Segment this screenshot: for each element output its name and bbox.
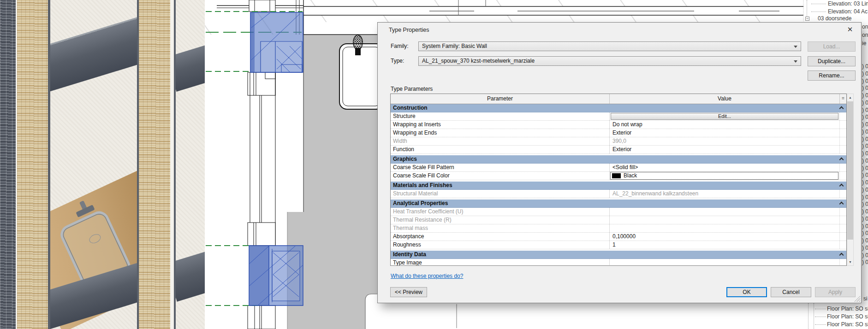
param-value[interactable]: <Solid fill> xyxy=(610,164,839,171)
tree-item-partial[interactable]: ) 0 xyxy=(862,245,868,251)
param-row[interactable]: Absorptance0,100000 xyxy=(391,233,846,241)
param-value[interactable] xyxy=(610,216,839,224)
param-value[interactable]: Black xyxy=(610,172,839,180)
param-value[interactable] xyxy=(610,259,839,266)
tree-item-partial[interactable]: ) 0 xyxy=(862,194,868,200)
tree-item-partial[interactable]: ) 00 xyxy=(862,70,868,77)
equalize-column-icon[interactable]: = xyxy=(839,94,846,104)
param-value[interactable] xyxy=(610,224,839,232)
tree-item-partial[interactable]: ) 0 xyxy=(862,237,868,244)
param-row[interactable]: Coarse Scale Fill ColorBlack xyxy=(391,172,846,180)
tree-item-partial[interactable]: ie xyxy=(862,40,866,47)
tree-item-floor-plan[interactable]: Floor Plan: SO si xyxy=(827,321,868,328)
tree-item-partial[interactable]: ) 00 xyxy=(862,63,868,70)
param-value[interactable]: Do not wrap xyxy=(610,121,839,129)
param-group-header[interactable]: Construction xyxy=(391,104,846,112)
tree-item-partial[interactable]: ) 0 xyxy=(862,172,868,178)
param-row[interactable]: Wrapping at InsertsDo not wrap xyxy=(391,121,846,129)
param-value[interactable]: 0,100000 xyxy=(610,233,839,241)
table-scrollbar[interactable]: ▲ ▼ xyxy=(847,94,854,266)
param-row[interactable]: Wrapping at EndsExterior xyxy=(391,129,846,137)
tree-collapse-icon[interactable]: − xyxy=(805,17,809,21)
param-value[interactable]: AL_22_binnenwand kalkzandsteen xyxy=(610,190,839,198)
tree-item-partial[interactable]: on xyxy=(862,32,868,38)
tree-item-floor-plan[interactable]: Floor Plan: SO si xyxy=(827,313,868,320)
tree-item-partial[interactable]: si xyxy=(863,295,868,302)
window-bay-right xyxy=(174,0,205,329)
param-row[interactable]: Heat Transfer Coefficient (U) xyxy=(391,208,846,216)
parameter-table: Parameter Value = ConstructionStructureE… xyxy=(390,94,847,266)
apply-button[interactable]: Apply xyxy=(815,287,856,297)
collapse-chevron-icon[interactable] xyxy=(839,106,844,111)
param-value[interactable]: Exterior xyxy=(610,146,839,153)
collapse-chevron-icon[interactable] xyxy=(839,202,844,206)
tree-item-elevation-04[interactable]: Elevation: 04 Ac xyxy=(828,8,868,15)
3d-facade-view[interactable] xyxy=(0,0,205,329)
tree-item-partial[interactable]: ) 0 xyxy=(862,150,868,157)
tree-item-partial[interactable]: ) 0 xyxy=(862,121,868,128)
param-value[interactable] xyxy=(610,208,839,216)
tree-item-partial[interactable]: ) 0 xyxy=(862,201,868,207)
param-row[interactable]: Roughness1 xyxy=(391,241,846,249)
param-group-header[interactable]: Analytical Properties xyxy=(391,200,846,208)
duplicate-button[interactable]: Duplicate... xyxy=(808,56,856,66)
param-row[interactable]: Thermal mass xyxy=(391,224,846,233)
param-row[interactable]: Coarse Scale Fill Pattern<Solid fill> xyxy=(391,164,846,172)
tree-item-partial[interactable]: ) 0 xyxy=(862,216,868,222)
param-row[interactable]: FunctionExterior xyxy=(391,146,846,154)
tree-item-03-doorsnede[interactable]: 03 doorsnede xyxy=(818,15,851,22)
param-row[interactable]: StructureEdit... xyxy=(391,112,846,121)
tree-item-partial[interactable]: ) 0 xyxy=(862,187,868,193)
tree-item-partial[interactable]: ) 0 xyxy=(862,136,868,142)
color-value-cell[interactable]: Black xyxy=(610,172,838,180)
family-dropdown[interactable]: System Family: Basic Wall xyxy=(418,41,801,51)
tree-item-partial[interactable]: ) 0 xyxy=(862,114,868,120)
param-group-header[interactable]: Identity Data xyxy=(391,251,846,259)
param-value[interactable]: 390,0 xyxy=(610,137,839,145)
param-row[interactable]: Type Image xyxy=(391,259,846,266)
tree-item-partial[interactable]: ) 00 xyxy=(862,78,868,84)
scroll-down-icon[interactable]: ▼ xyxy=(847,258,853,265)
edit-structure-button[interactable]: Edit... xyxy=(611,113,838,120)
parameter-column-header[interactable]: Parameter xyxy=(391,94,610,104)
collapse-chevron-icon[interactable] xyxy=(839,158,844,162)
rename-button[interactable]: Rename... xyxy=(808,70,856,81)
tree-item-partial[interactable]: ) 0 xyxy=(862,259,868,265)
ok-button[interactable]: OK xyxy=(726,287,767,297)
tree-item-partial[interactable]: ) 0 xyxy=(862,92,868,99)
tree-item-floor-plan[interactable]: Floor Plan: SO si xyxy=(827,306,868,312)
tree-item-partial[interactable]: ) 0 xyxy=(862,143,868,149)
scroll-up-icon[interactable]: ▲ xyxy=(847,94,853,101)
tree-item-partial[interactable]: ) 0 xyxy=(862,129,868,135)
tree-item-partial[interactable]: ) 0 xyxy=(862,230,868,236)
preview-toggle-button[interactable]: << Preview xyxy=(390,287,427,297)
properties-help-link[interactable]: What do these properties do? xyxy=(391,273,463,279)
tree-item-partial[interactable]: ) 0 xyxy=(862,165,868,171)
param-group-header[interactable]: Graphics xyxy=(391,155,846,164)
collapse-chevron-icon[interactable] xyxy=(839,253,844,258)
value-column-header[interactable]: Value xyxy=(610,94,839,104)
scrollbar-thumb[interactable] xyxy=(847,101,853,240)
tree-item-partial[interactable]: ) 0 xyxy=(862,107,868,113)
tree-item-partial[interactable]: ) 0 xyxy=(862,100,868,106)
param-value[interactable]: Exterior xyxy=(610,129,839,137)
tree-item-partial[interactable]: ) 0 xyxy=(862,179,868,186)
tree-item-partial[interactable]: ) 0 xyxy=(862,85,868,91)
tree-item-partial[interactable]: ) 0 xyxy=(862,252,868,258)
param-row[interactable]: Width390,0 xyxy=(391,137,846,146)
tree-item-partial[interactable]: ) 0 xyxy=(862,158,868,164)
param-group-header[interactable]: Materials and Finishes xyxy=(391,182,846,190)
param-row[interactable]: Structural MaterialAL_22_binnenwand kalk… xyxy=(391,190,846,198)
param-row[interactable]: Thermal Resistance (R) xyxy=(391,216,846,224)
tree-item-partial[interactable]: ) 0 xyxy=(862,223,868,229)
tree-item-elevation-03[interactable]: Elevation: 03 Lin xyxy=(828,0,868,7)
type-dropdown[interactable]: AL_21_spouw_370 kzst-metselwerk_marziale xyxy=(418,56,801,66)
tree-item-partial[interactable]: on xyxy=(862,24,868,30)
close-icon[interactable]: ✕ xyxy=(842,24,858,35)
load-button[interactable]: Load... xyxy=(808,41,856,52)
tree-item-partial[interactable]: ) 0 xyxy=(862,208,868,215)
param-value[interactable]: 1 xyxy=(610,241,839,249)
collapse-chevron-icon[interactable] xyxy=(839,184,844,188)
cancel-button[interactable]: Cancel xyxy=(771,287,811,297)
param-value[interactable]: Edit... xyxy=(610,112,839,120)
